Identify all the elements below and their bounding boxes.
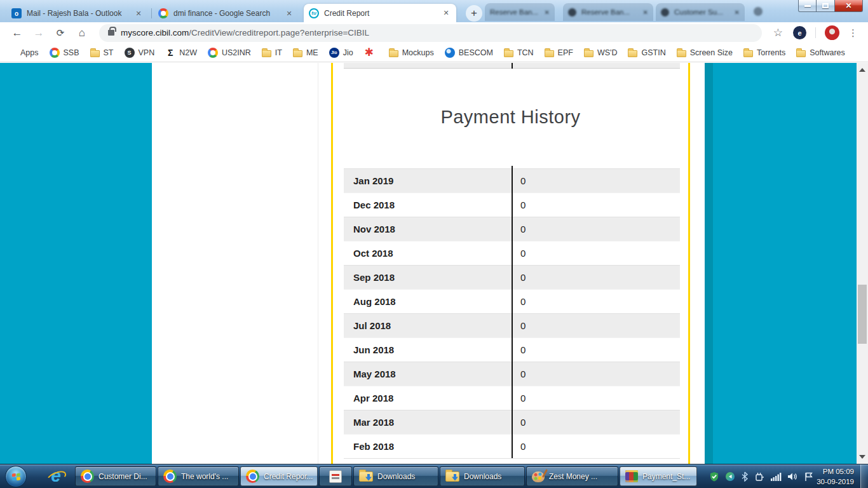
tab-close-icon[interactable] (735, 9, 740, 16)
taskbar-chrome-creditreport[interactable]: Credit Repor... (240, 466, 318, 486)
ghost-tab[interactable]: Customer Su... (656, 3, 745, 21)
tab-outlook[interactable]: Mail - Rajesh Bala - Outlook (6, 4, 149, 22)
month-cell: Aug 2018 (344, 296, 512, 307)
scroll-up-arrow-icon[interactable] (859, 68, 865, 72)
lock-icon[interactable] (108, 30, 114, 36)
bookmark-n2w[interactable]: N2W (165, 48, 197, 58)
bookmark-vpn[interactable]: VPN (125, 48, 155, 58)
value-cell: 0 (512, 369, 526, 379)
bookmark-asterisk[interactable] (364, 48, 378, 58)
google-icon (208, 48, 218, 58)
minimize-icon (804, 5, 811, 7)
card-edge-line (318, 63, 318, 464)
taskbar-chrome-customer[interactable]: Customer Di... (75, 466, 156, 486)
bluetooth-icon[interactable] (741, 471, 749, 482)
bookmark-folder-tcn[interactable]: TCN (504, 48, 534, 57)
tab-close-icon[interactable] (284, 8, 294, 18)
bookmark-folder-st[interactable]: ST (90, 48, 114, 57)
downloads-folder-icon (445, 471, 459, 482)
google-icon (50, 48, 60, 58)
folder-icon (628, 50, 637, 57)
scroll-down-arrow-icon[interactable] (859, 455, 865, 459)
tab-credit-report-active[interactable]: Credit Report (304, 4, 456, 22)
taskbar-button-label: Customer Di... (98, 472, 147, 481)
taskbar-downloads-2[interactable]: Downloads (440, 466, 525, 486)
minimize-button[interactable] (798, 0, 817, 12)
folder-icon (743, 50, 753, 57)
taskbar-buttons: Customer Di... The world's ... Credit Re… (75, 466, 697, 486)
bookmark-folder-wsd[interactable]: WS'D (584, 48, 618, 57)
value-cell: 0 (512, 417, 526, 428)
tab-label: Mail - Rajesh Bala - Outlook (27, 9, 130, 18)
transunion-icon (309, 8, 319, 18)
taskbar-paint-zestmoney[interactable]: Zest Money ... (526, 466, 618, 486)
browser-menu-icon[interactable] (848, 27, 858, 39)
scrollbar-thumb[interactable] (858, 285, 867, 344)
toolbar-divider (815, 27, 816, 38)
bookmark-label: Mockups (402, 48, 434, 57)
bookmark-ssb[interactable]: SSB (50, 48, 79, 58)
close-button[interactable] (834, 0, 863, 12)
bookmark-folder-torrents[interactable]: Torrents (743, 48, 785, 57)
taskbar-chrome-theworlds[interactable]: The world's ... (158, 466, 239, 486)
taskbar-winrar-payment[interactable]: Payment_St... (620, 466, 697, 486)
taskbar-clock[interactable]: PM 05:09 30-09-2019 (802, 466, 854, 487)
back-button[interactable] (9, 25, 25, 41)
tab-close-icon[interactable] (441, 8, 451, 18)
volume-icon[interactable] (787, 471, 798, 482)
power-plug-icon[interactable] (754, 471, 764, 482)
ghost-tab-label: Reserve Ban... (581, 8, 639, 16)
taskbar-downloads-1[interactable]: Downloads (353, 466, 438, 486)
bookmark-folder-mockups[interactable]: Mockups (389, 48, 434, 57)
start-button[interactable] (5, 466, 27, 487)
bookmark-folder-me[interactable]: ME (293, 48, 318, 57)
value-cell: 0 (512, 296, 526, 307)
forward-button[interactable] (31, 25, 47, 41)
ghost-tab[interactable]: Reserve Ban... (485, 3, 555, 21)
close-icon (845, 1, 851, 10)
tally-icon (329, 470, 342, 483)
bookmark-folder-epf[interactable]: EPF (545, 48, 573, 57)
network-signal-icon[interactable] (770, 471, 782, 482)
table-column-divider (512, 166, 513, 458)
tab-close-icon[interactable] (643, 9, 648, 16)
folder-icon (677, 50, 686, 57)
bookmark-apps[interactable]: Apps (8, 48, 39, 57)
windows-taskbar: Customer Di... The world's ... Credit Re… (0, 464, 868, 488)
bookmark-folder-it[interactable]: IT (262, 48, 282, 57)
maximize-button[interactable] (817, 0, 834, 12)
bookmark-us2inr[interactable]: US2INR (208, 48, 251, 58)
tab-close-icon[interactable] (545, 9, 550, 16)
folder-icon (545, 50, 554, 57)
address-bar[interactable]: myscore.cibil.com/CreditView/creditrepor… (99, 24, 762, 42)
month-cell: Mar 2018 (344, 417, 512, 428)
browser-scrollbar[interactable] (857, 63, 868, 464)
bookmark-folder-screensize[interactable]: Screen Size (677, 48, 733, 57)
bookmark-folder-gstin[interactable]: GSTIN (628, 48, 665, 57)
bookmarks-bar: Apps SSB ST VPN N2W US2INR IT ME Jio Moc… (0, 43, 868, 62)
bookmark-jio[interactable]: Jio (329, 48, 353, 58)
value-cell: 0 (512, 393, 526, 403)
internet-explorer-icon[interactable] (46, 466, 66, 487)
bookmark-star-icon[interactable] (773, 26, 783, 39)
bookmark-folder-softwares[interactable]: Softwares (796, 48, 845, 57)
extension-icon[interactable] (793, 26, 806, 39)
show-desktop-button[interactable] (860, 464, 868, 488)
taskbar-tally[interactable] (319, 466, 352, 486)
value-cell: 0 (512, 272, 526, 283)
idm-icon[interactable] (725, 471, 735, 482)
new-tab-button[interactable] (466, 5, 482, 22)
antivirus-shield-icon[interactable] (709, 471, 719, 482)
reload-button[interactable] (52, 25, 69, 41)
tab-google-search[interactable]: dmi finance - Google Search (153, 4, 299, 22)
value-cell: 0 (512, 320, 526, 331)
home-button[interactable] (74, 25, 90, 41)
tab-close-icon[interactable] (133, 8, 144, 18)
bookmark-label: VPN (139, 48, 155, 57)
value-cell: 0 (512, 248, 526, 259)
profile-avatar[interactable] (825, 25, 839, 40)
ghost-tab[interactable]: Reserve Ban... (563, 3, 653, 21)
url-host: myscore.cibil.com (121, 28, 189, 37)
bookmark-bescom[interactable]: BESCOM (445, 48, 493, 58)
clock-date: 30-09-2019 (802, 477, 854, 487)
